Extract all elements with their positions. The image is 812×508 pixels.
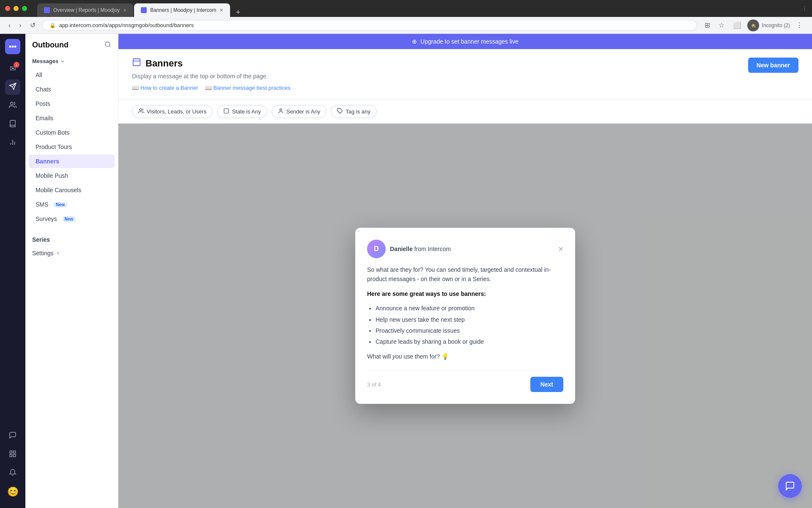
browser-tab-1[interactable]: Overview | Reports | Moodjoy × (37, 3, 133, 17)
maximize-dot[interactable] (22, 6, 27, 11)
bell-icon-rail[interactable] (5, 466, 20, 481)
messages-chevron-icon (60, 59, 65, 64)
book-icon-rail[interactable] (5, 117, 20, 132)
modal-sender-info: Danielle from Intercom (390, 245, 451, 253)
svg-point-19 (280, 109, 282, 111)
state-filter-icon (223, 108, 229, 115)
svg-rect-15 (133, 59, 140, 66)
sidebar-item-sms[interactable]: SMS New (29, 198, 115, 211)
list-item-4: Capture leads by sharing a book or guide (376, 337, 563, 346)
best-practices-link-text: Banner message best practices (214, 85, 291, 91)
audience-filter-icon (138, 108, 144, 115)
svg-rect-18 (224, 109, 229, 113)
sms-new-badge: New (53, 202, 67, 207)
grid-icon (9, 450, 16, 460)
sidebar-item-all[interactable]: All (29, 68, 115, 82)
bell-icon (9, 469, 16, 478)
series-label: Series (32, 236, 50, 243)
send-icon (9, 83, 16, 92)
upgrade-banner[interactable]: ⊕ Upgrade to set banner messages live (118, 34, 812, 49)
svg-point-13 (105, 42, 110, 47)
profile-button[interactable]: 🕵 (747, 19, 759, 31)
more-options-button[interactable]: ⋮ (793, 19, 805, 31)
modal-next-button[interactable]: Next (530, 377, 563, 392)
book-icon (9, 120, 16, 130)
extensions-button[interactable]: ⊞ (702, 19, 713, 31)
sidebar-title: Outbound (32, 41, 69, 50)
chart-icon-rail[interactable] (5, 135, 20, 151)
users-icon-rail[interactable] (5, 98, 20, 113)
new-tab-button[interactable]: + (233, 8, 244, 17)
modal-close-button[interactable]: × (558, 245, 563, 253)
sidebar-item-custom-bots[interactable]: Custom Bots (29, 126, 115, 139)
sidebar-product-tours-label: Product Tours (36, 144, 72, 150)
chart-icon (9, 138, 16, 148)
browser-tab-2[interactable]: Banners | Moodjoy | Intercom × (134, 3, 230, 17)
forward-button[interactable]: › (17, 20, 23, 31)
sidebar-surveys-label: Surveys (36, 215, 57, 222)
list-item-3: Proactively communicate issues (376, 326, 563, 335)
inbox-badge: 1 (14, 62, 19, 68)
audience-filter-text: Visitors, Leads, or Users (147, 108, 206, 115)
chat-widget-button[interactable] (778, 474, 802, 498)
sender-filter[interactable]: Sender is Any (272, 105, 326, 118)
upgrade-text: Upgrade to set banner messages live (420, 38, 518, 45)
outbound-icon-rail[interactable] (5, 80, 20, 95)
grid-icon-rail[interactable] (5, 447, 20, 462)
svg-point-1 (12, 46, 14, 48)
lock-icon: 🔒 (49, 22, 56, 28)
tab2-title: Banners | Moodjoy | Intercom (150, 7, 216, 13)
sidebar-mobile-carousels-label: Mobile Carousels (36, 187, 81, 193)
sidebar-item-posts[interactable]: Posts (29, 97, 115, 110)
modal-intro: So what are they for? You can send timel… (367, 265, 563, 284)
svg-rect-10 (14, 451, 16, 453)
messages-label: Messages (32, 58, 58, 64)
tab2-close[interactable]: × (219, 7, 223, 14)
state-filter[interactable]: State is Any (217, 105, 267, 118)
svg-point-2 (14, 46, 16, 48)
browser-chrome: Overview | Reports | Moodjoy × Banners |… (0, 0, 812, 34)
content-area: D Danielle from Intercom × (118, 124, 812, 508)
svg-rect-9 (10, 451, 12, 453)
sidebar-item-chats[interactable]: Chats (29, 83, 115, 96)
close-dot[interactable] (5, 6, 10, 11)
sidebar-item-emails[interactable]: Emails (29, 111, 115, 125)
sidebar-item-mobile-push[interactable]: Mobile Push (29, 169, 115, 182)
chat-rail-icon (9, 431, 16, 441)
how-to-banner-link[interactable]: 📖 How to create a Banner (132, 85, 198, 91)
avatar-icon-rail[interactable]: 😊 (5, 484, 20, 500)
url-bar[interactable]: 🔒 app.intercom.com/a/apps/nnsgmgob/outbo… (42, 20, 697, 30)
split-view-button[interactable]: ⬜ (730, 19, 744, 31)
modal-outro: What will you use them for? 💡 (367, 352, 563, 361)
sidebar-series[interactable]: Series (25, 233, 118, 246)
sidebar-banners-label: Banners (36, 158, 59, 165)
svg-point-17 (140, 109, 142, 111)
new-banner-button[interactable]: New banner (748, 58, 798, 73)
best-practices-link[interactable]: 📖 Banner message best practices (205, 85, 291, 91)
inbox-icon-rail[interactable]: ✉ 1 (5, 61, 20, 76)
reload-button[interactable]: ↺ (28, 19, 37, 31)
page-subtitle: Display a message at the top or bottom o… (132, 73, 291, 80)
list-item-2: Help new users take the next step (376, 315, 563, 324)
url-text: app.intercom.com/a/apps/nnsgmgob/outboun… (59, 22, 194, 28)
sidebar-item-banners[interactable]: Banners (29, 155, 115, 168)
tab1-close[interactable]: × (123, 7, 126, 14)
minimize-dot[interactable] (14, 6, 19, 11)
messages-section[interactable]: Messages (25, 56, 118, 68)
sidebar-item-surveys[interactable]: Surveys New (29, 212, 115, 226)
page-title-row: Banners (132, 58, 291, 69)
audience-filter[interactable]: Visitors, Leads, or Users (132, 105, 213, 118)
back-button[interactable]: ‹ (7, 20, 12, 31)
bookmark-button[interactable]: ☆ (716, 19, 727, 31)
sidebar-settings[interactable]: Settings (25, 246, 118, 260)
settings-label: Settings (32, 250, 54, 257)
chat-icon-rail[interactable] (5, 428, 20, 444)
tag-filter[interactable]: Tag is any (331, 105, 377, 118)
sidebar-item-product-tours[interactable]: Product Tours (29, 140, 115, 154)
svg-point-0 (9, 46, 11, 48)
sidebar-search-button[interactable] (104, 41, 111, 50)
app-logo[interactable] (5, 39, 20, 54)
sidebar-sms-label: SMS (36, 201, 48, 208)
sidebar-item-mobile-carousels[interactable]: Mobile Carousels (29, 183, 115, 197)
modal-list: Announce a new feature or promotion Help… (367, 304, 563, 347)
